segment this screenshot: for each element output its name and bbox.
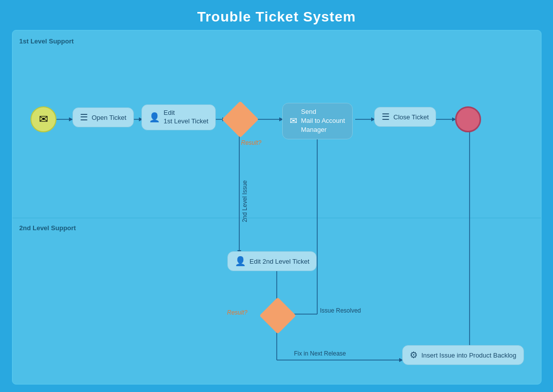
- mail-icon: ✉: [290, 115, 297, 127]
- close-ticket-box[interactable]: ☰ Close Ticket: [374, 107, 437, 127]
- list-icon: ☰: [80, 112, 88, 123]
- diagram-area: 1st Level Support 2nd Level Support: [12, 30, 542, 385]
- edit-1st-label: Edit 1st Level Ticket: [164, 109, 209, 126]
- end-node: [455, 106, 481, 132]
- open-ticket-node[interactable]: ☰ Open Ticket: [72, 107, 134, 127]
- edit-2nd-node[interactable]: 👤 Edit 2nd Level Ticket: [227, 251, 317, 271]
- edit-2nd-box[interactable]: 👤 Edit 2nd Level Ticket: [227, 251, 317, 271]
- issue-resolved-label: Issue Resolved: [320, 307, 361, 314]
- insert-backlog-label: Insert Issue into Product Backlog: [422, 352, 517, 359]
- level2-label: 2nd Level Issue: [241, 180, 248, 222]
- edit-1st-box[interactable]: 👤 Edit 1st Level Ticket: [141, 104, 216, 130]
- edit-2nd-label: Edit 2nd Level Ticket: [250, 258, 310, 265]
- close-ticket-label: Close Ticket: [394, 113, 429, 121]
- person-icon: 👤: [149, 112, 160, 123]
- diamond2-shape: [259, 297, 296, 334]
- start-event: ✉: [30, 106, 56, 132]
- start-node: ✉: [30, 106, 56, 132]
- diamond1-node: [227, 106, 253, 132]
- insert-backlog-node[interactable]: ⚙ Insert Issue into Product Backlog: [402, 345, 524, 365]
- edit-1st-node[interactable]: 👤 Edit 1st Level Ticket: [141, 104, 216, 130]
- result2-label: Result?: [227, 309, 248, 316]
- gear-icon: ⚙: [410, 350, 418, 361]
- send-mail-node[interactable]: ✉ Send Mail to Account Manager: [282, 103, 353, 139]
- diamond1-shape: [222, 101, 259, 138]
- open-ticket-label: Open Ticket: [92, 114, 126, 121]
- insert-backlog-box[interactable]: ⚙ Insert Issue into Product Backlog: [402, 345, 524, 365]
- envelope-icon: ✉: [39, 113, 48, 126]
- send-mail-box[interactable]: ✉ Send Mail to Account Manager: [282, 103, 353, 139]
- send-mail-label: Send Mail to Account Manager: [301, 107, 345, 135]
- end-event: [455, 106, 481, 132]
- open-ticket-box[interactable]: ☰ Open Ticket: [72, 107, 134, 127]
- page-title: Trouble Ticket System: [197, 9, 356, 25]
- list2-icon: ☰: [382, 111, 390, 122]
- person2-icon: 👤: [235, 256, 246, 267]
- lane1-label: 1st Level Support: [19, 37, 74, 45]
- fix-next-label: Fix in Next Release: [294, 350, 346, 357]
- result1-label: Result?: [241, 139, 262, 146]
- lane-divider: [12, 218, 541, 218]
- diamond2-node: [265, 303, 291, 329]
- lane2-label: 2nd Level Support: [19, 224, 76, 232]
- close-ticket-node[interactable]: ☰ Close Ticket: [374, 107, 437, 127]
